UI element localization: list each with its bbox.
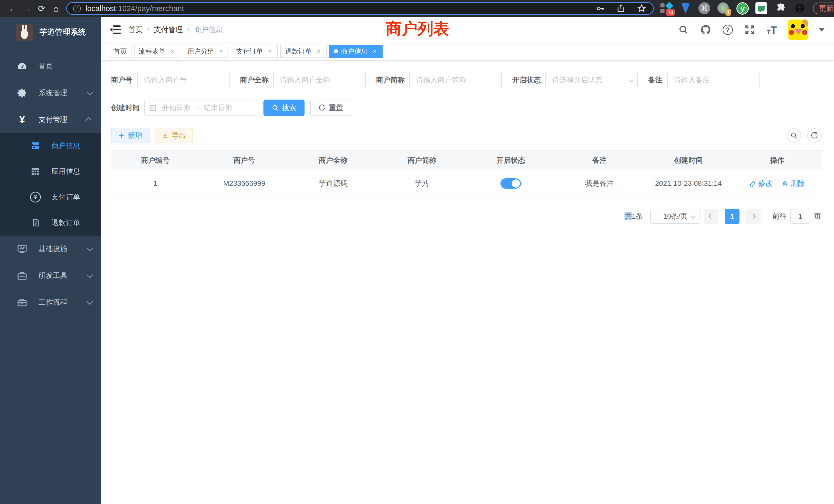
page-size-select[interactable]: 10条/页 xyxy=(650,209,701,224)
page-unit-label: 页 xyxy=(814,211,821,221)
site-info-icon[interactable]: i xyxy=(73,5,81,12)
short-name-input[interactable] xyxy=(409,72,502,88)
tags-view-bar: 首页 流程表单 × 用户分组 × 支付订单 × 退款订单 × 商户信息 × xyxy=(101,43,834,61)
reset-button-label: 重置 xyxy=(329,103,343,113)
extension-tray: 10 ⌘ 1 y 😄 xyxy=(660,2,806,15)
browser-home-icon[interactable]: ⌂ xyxy=(49,4,63,14)
delete-link[interactable]: 删除 xyxy=(782,179,805,188)
page-number-button[interactable]: 1 xyxy=(725,209,740,224)
extension-devtools-icon[interactable]: 10 xyxy=(660,2,673,15)
avatar-dropdown-caret-icon[interactable] xyxy=(818,28,825,31)
bookmark-star-icon[interactable] xyxy=(637,3,647,14)
remark-input[interactable] xyxy=(667,72,760,88)
status-toggle[interactable] xyxy=(501,178,521,189)
chrome-update-button[interactable]: 更新 xyxy=(813,3,834,14)
url-text[interactable]: localhost:1024/pay/merchant xyxy=(86,4,595,13)
refresh-list-button[interactable] xyxy=(807,128,822,143)
extension-command-icon[interactable]: ⌘ xyxy=(698,2,711,15)
column-header: 备注 xyxy=(555,151,644,170)
sidebar-item-app-info[interactable]: 应用信息 xyxy=(0,159,101,184)
tag-refund-order[interactable]: 退款订单 × xyxy=(280,45,327,58)
toolbox-icon xyxy=(17,270,28,281)
browser-profile-avatar[interactable]: 😄 xyxy=(793,2,806,15)
sidebar-item-payment[interactable]: ¥ 支付管理 xyxy=(0,106,101,133)
sidebar-item-dev-tools[interactable]: 研发工具 xyxy=(0,262,101,289)
end-date-input[interactable] xyxy=(199,104,238,112)
extension-avocado-icon[interactable]: 1 xyxy=(718,2,730,15)
extension-yudao-icon[interactable]: y xyxy=(737,2,749,15)
next-page-button[interactable] xyxy=(746,209,761,224)
tag-home[interactable]: 首页 xyxy=(109,45,131,58)
gear-icon xyxy=(17,87,28,98)
tag-label: 流程表单 xyxy=(139,47,166,56)
yen-icon: ¥ xyxy=(17,114,28,125)
sidebar-item-infrastructure[interactable]: 基础设施 xyxy=(0,235,101,262)
breadcrumb-home[interactable]: 首页 xyxy=(128,25,143,35)
search-icon xyxy=(272,104,279,111)
sidebar-collapse-icon[interactable] xyxy=(110,25,121,34)
status-select[interactable] xyxy=(545,72,638,88)
password-key-icon[interactable] xyxy=(595,4,605,13)
tag-user-group[interactable]: 用户分组 × xyxy=(183,45,229,58)
close-icon[interactable]: × xyxy=(218,48,224,55)
add-button-label: 新增 xyxy=(128,131,142,140)
refresh-icon xyxy=(811,132,818,139)
sidebar-item-pay-order[interactable]: ¥ 支付订单 xyxy=(0,184,101,210)
share-icon[interactable] xyxy=(616,4,626,13)
font-size-icon[interactable]: TT xyxy=(766,24,778,36)
extension-gem-icon[interactable] xyxy=(679,2,692,15)
column-header: 操作 xyxy=(733,151,822,170)
search-button-label: 搜索 xyxy=(282,103,296,113)
close-icon[interactable]: × xyxy=(266,48,273,55)
address-bar[interactable]: i localhost:1024/pay/merchant xyxy=(66,2,654,15)
browser-back-icon[interactable]: ← xyxy=(6,4,20,14)
help-icon[interactable]: ? xyxy=(722,24,734,36)
sidebar-item-workflow[interactable]: 工作流程 xyxy=(0,289,101,316)
tag-merchant-info[interactable]: 商户信息 × xyxy=(329,45,382,58)
github-icon[interactable] xyxy=(699,24,712,36)
yen-circle-icon: ¥ xyxy=(30,191,41,203)
header-search-icon[interactable] xyxy=(677,24,690,36)
status-select-input[interactable] xyxy=(545,72,638,88)
refresh-icon xyxy=(319,104,326,111)
prev-page-button[interactable] xyxy=(704,209,719,224)
sidebar-item-merchant-info[interactable]: 商户信息 xyxy=(0,133,101,159)
sidebar-item-label: 商户信息 xyxy=(51,141,80,151)
goto-page-input[interactable] xyxy=(790,209,810,224)
browser-reload-icon[interactable]: ⟳ xyxy=(35,3,49,14)
close-icon[interactable]: × xyxy=(315,48,322,55)
sidebar-item-refund-order[interactable]: 退款订单 xyxy=(0,210,101,235)
create-time-range-picker[interactable]: - xyxy=(144,99,257,116)
reset-button[interactable]: 重置 xyxy=(310,99,351,116)
tag-pay-order[interactable]: 支付订单 × xyxy=(232,45,278,58)
sidebar-item-home[interactable]: 首页 xyxy=(0,53,101,79)
table-body: 1 M233666999 芋道源码 芋艿 我是备注 2021-10-23 08:… xyxy=(111,170,822,197)
cell-create-time: 2021-10-23 08:31:14 xyxy=(644,170,733,197)
start-date-input[interactable] xyxy=(157,104,196,112)
search-button[interactable]: 搜索 xyxy=(263,99,305,116)
chevron-down-icon xyxy=(87,89,93,95)
app-title: 芋道管理系统 xyxy=(40,27,86,38)
export-button[interactable]: 导出 xyxy=(155,128,193,143)
fullscreen-icon[interactable] xyxy=(744,24,756,36)
sidebar-logo[interactable]: 芋道管理系统 xyxy=(0,17,101,47)
merchant-table: 商户编号 商户号 商户全称 商户简称 开启状态 备注 创建时间 操作 1 M23… xyxy=(111,151,822,197)
close-icon[interactable]: × xyxy=(169,48,176,55)
column-header: 创建时间 xyxy=(644,151,733,170)
extensions-puzzle-icon[interactable] xyxy=(774,2,787,15)
breadcrumb-current: 商户信息 xyxy=(194,25,223,35)
sidebar-item-label: 支付管理 xyxy=(39,115,67,124)
merchant-no-input[interactable] xyxy=(137,72,229,88)
tag-process-form[interactable]: 流程表单 × xyxy=(134,45,180,58)
edit-link[interactable]: 修改 xyxy=(749,179,773,188)
sidebar-item-system[interactable]: 系统管理 xyxy=(0,79,101,106)
close-icon[interactable]: × xyxy=(371,48,378,55)
full-name-input[interactable] xyxy=(273,72,366,88)
user-avatar[interactable] xyxy=(788,20,808,40)
breadcrumb-payment[interactable]: 支付管理 xyxy=(154,25,183,35)
briefcase-icon xyxy=(17,297,28,308)
extension-chat-icon[interactable] xyxy=(755,2,768,15)
browser-forward-icon[interactable]: → xyxy=(20,4,35,14)
toggle-search-button[interactable] xyxy=(787,128,801,143)
add-button[interactable]: 新增 xyxy=(111,128,150,143)
